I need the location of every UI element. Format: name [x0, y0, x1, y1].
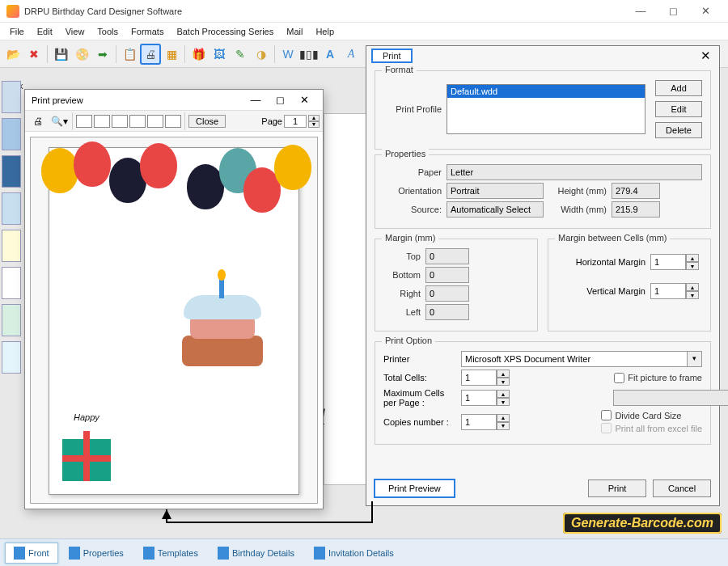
thumbnail[interactable]: [2, 155, 21, 188]
spin-up-icon[interactable]: ▲: [686, 283, 699, 291]
balloon-icon: [140, 143, 177, 188]
printer-combo[interactable]: [461, 351, 688, 367]
margin-top-field[interactable]: [425, 248, 469, 264]
preview-page-input[interactable]: [284, 115, 307, 128]
fit-mode-combo[interactable]: [613, 390, 728, 406]
barcode-icon[interactable]: ▮▯▮: [299, 44, 319, 64]
menu-file[interactable]: File: [3, 25, 31, 38]
tab-birthday-details[interactable]: Birthday Details: [209, 543, 303, 564]
margin-bottom-field[interactable]: [425, 267, 469, 283]
layout-1up-icon[interactable]: [76, 115, 92, 128]
margin-left-field[interactable]: [425, 304, 469, 320]
print-icon[interactable]: 🖨: [141, 44, 160, 64]
menu-help[interactable]: Help: [309, 25, 341, 38]
spin-down-icon[interactable]: ▼: [497, 398, 510, 406]
fit-picture-checkbox[interactable]: Fit picture to frame: [614, 373, 702, 383]
open-icon[interactable]: 📂: [3, 44, 23, 64]
layout-grid-icon[interactable]: [165, 115, 181, 128]
layout-4up-icon[interactable]: [129, 115, 146, 128]
page-down-icon[interactable]: ▼: [308, 121, 320, 128]
save-icon[interactable]: 💾: [51, 44, 70, 64]
total-cells-field[interactable]: [461, 370, 497, 386]
preview-close-btn[interactable]: Close: [188, 115, 226, 128]
h-margin-field[interactable]: [650, 254, 686, 270]
barcode-text-icon[interactable]: W: [278, 44, 298, 64]
thumbnail[interactable]: [2, 192, 21, 225]
thumbnail[interactable]: [2, 341, 21, 374]
thumbnail[interactable]: [2, 81, 21, 113]
export-icon[interactable]: ➡: [93, 44, 112, 64]
source-field[interactable]: [447, 201, 544, 218]
copies-label: Copies number :: [383, 417, 456, 427]
page-up-icon[interactable]: ▲: [308, 115, 320, 121]
delete-button[interactable]: Delete: [655, 122, 702, 138]
image-icon[interactable]: 🖼: [210, 44, 229, 64]
menu-formats[interactable]: Formats: [125, 25, 170, 38]
bottom-tabs: Front Properties Templates Birthday Deta…: [0, 539, 728, 566]
spin-down-icon[interactable]: ▼: [497, 422, 510, 430]
tab-properties[interactable]: Properties: [60, 543, 133, 564]
divide-card-checkbox[interactable]: Divide Card Size: [601, 410, 702, 420]
spin-up-icon[interactable]: ▲: [686, 254, 699, 262]
max-cells-field[interactable]: [461, 390, 497, 406]
height-field[interactable]: [612, 183, 660, 199]
orientation-field[interactable]: [447, 183, 544, 199]
font-script-icon[interactable]: A: [341, 44, 361, 64]
cancel-button[interactable]: Cancel: [653, 479, 711, 497]
preview-print-icon[interactable]: 🖨: [28, 112, 48, 131]
thumbnail[interactable]: [2, 230, 21, 262]
paper-field[interactable]: [447, 164, 702, 180]
v-margin-field[interactable]: [650, 283, 686, 299]
preview-minimize-button[interactable]: —: [243, 94, 268, 106]
edit-button[interactable]: Edit: [655, 101, 702, 117]
copies-field[interactable]: [461, 414, 497, 430]
spin-up-icon[interactable]: ▲: [497, 390, 510, 398]
spin-up-icon[interactable]: ▲: [497, 414, 510, 422]
minimize-button[interactable]: —: [624, 0, 657, 23]
spin-down-icon[interactable]: ▼: [686, 291, 699, 299]
preview-viewport[interactable]: HappyBirthday: [30, 137, 318, 504]
layout-2up-icon[interactable]: [94, 115, 110, 128]
layers-icon[interactable]: ▦: [162, 44, 181, 64]
pen-icon[interactable]: ✎: [231, 44, 250, 64]
add-button[interactable]: Add: [655, 80, 702, 96]
gift-icon[interactable]: 🎁: [188, 44, 208, 64]
layout-6up-icon[interactable]: [147, 115, 163, 128]
spin-down-icon[interactable]: ▼: [497, 378, 510, 386]
print-profile-listbox[interactable]: Default.wdd: [447, 84, 645, 134]
menu-batch[interactable]: Batch Processing Series: [170, 25, 280, 38]
print-button[interactable]: Print: [588, 479, 646, 497]
tab-invitation-details[interactable]: Invitation Details: [305, 543, 403, 564]
tab-front[interactable]: Front: [5, 543, 58, 564]
properties-group: Properties Paper Orientation Height (mm)…: [375, 154, 711, 229]
spin-down-icon[interactable]: ▼: [686, 262, 699, 270]
font-a-icon[interactable]: A: [320, 44, 340, 64]
print-preview-button[interactable]: Print Preview: [375, 479, 455, 497]
menu-mail[interactable]: Mail: [280, 25, 309, 38]
menu-tools[interactable]: Tools: [91, 25, 125, 38]
tab-templates[interactable]: Templates: [134, 543, 207, 564]
preview-zoom-icon[interactable]: 🔍▾: [49, 112, 69, 131]
saveas-icon[interactable]: 📀: [72, 44, 91, 64]
preview-titlebar[interactable]: Print preview — ◻ ✕: [25, 90, 323, 111]
margin-right-field[interactable]: [425, 285, 469, 302]
chevron-down-icon[interactable]: ▾: [688, 351, 702, 367]
spin-up-icon[interactable]: ▲: [497, 370, 510, 378]
layout-3up-icon[interactable]: [112, 115, 128, 128]
thumbnail[interactable]: [2, 304, 21, 336]
width-field[interactable]: [612, 201, 660, 218]
thumbnail[interactable]: [2, 118, 21, 150]
thumbnail[interactable]: [2, 267, 21, 299]
menu-edit[interactable]: Edit: [31, 25, 59, 38]
print-dialog-close-icon[interactable]: ✕: [697, 49, 714, 63]
print-profile-selected[interactable]: Default.wdd: [447, 85, 645, 98]
delete-icon[interactable]: ✖: [24, 44, 44, 64]
paste-icon[interactable]: 📋: [120, 44, 139, 64]
shape-icon[interactable]: ◑: [252, 44, 271, 64]
maximize-button[interactable]: ◻: [657, 0, 689, 23]
preview-close-button[interactable]: ✕: [292, 94, 316, 106]
source-label: Source:: [383, 205, 442, 214]
menu-view[interactable]: View: [59, 25, 91, 38]
preview-maximize-button[interactable]: ◻: [268, 94, 292, 106]
close-button[interactable]: ✕: [689, 0, 722, 23]
